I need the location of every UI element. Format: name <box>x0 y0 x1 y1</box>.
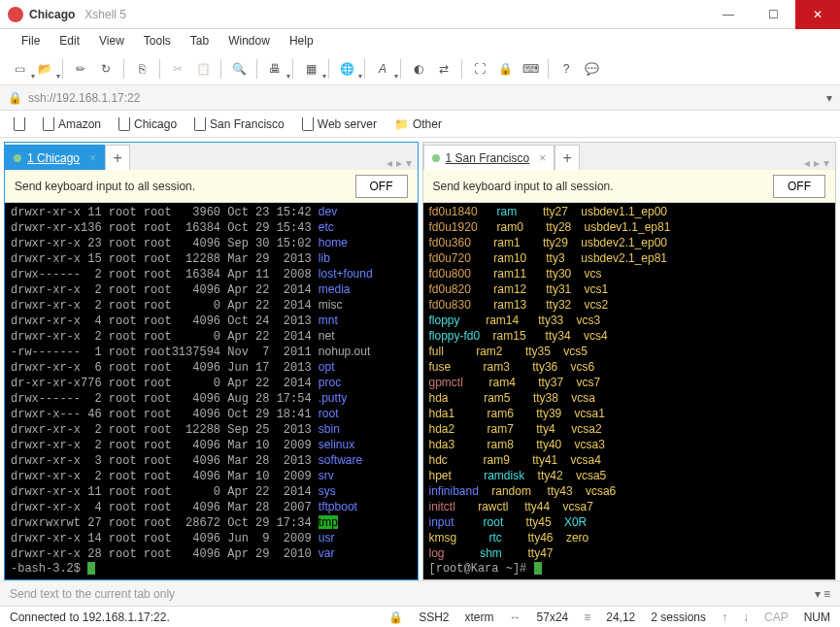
menu-window[interactable]: Window <box>220 32 278 50</box>
tab-close-icon[interactable]: × <box>539 151 546 165</box>
toolbar: ▭ 📂 ✏ ↻ ⎘ ✂ 📋 🔍 🖶 ▦ 🌐 A ◐ ⇄ ⛶ 🔒 ⌨ ? 💬 <box>0 52 840 85</box>
favorite-web-server[interactable]: Web server <box>296 116 383 133</box>
favorite-other[interactable]: 📁Other <box>388 116 448 133</box>
broadcast-toggle-button[interactable]: OFF <box>773 175 825 198</box>
menu-tools[interactable]: Tools <box>136 32 179 50</box>
menu-bar: FileEditViewToolsTabWindowHelp <box>0 29 840 52</box>
chat-button[interactable]: 💬 <box>580 57 603 81</box>
app-logo-icon <box>8 7 23 22</box>
minimize-button[interactable]: — <box>706 0 751 29</box>
paste-button[interactable]: 📋 <box>191 57 215 81</box>
status-position: 24,12 <box>606 610 635 624</box>
up-icon[interactable]: ↑ <box>722 610 727 624</box>
status-size: 57x24 <box>537 610 569 624</box>
favorite-amazon[interactable]: Amazon <box>37 116 107 133</box>
close-button[interactable]: ✕ <box>795 0 840 29</box>
highlight-button[interactable]: ✏ <box>69 57 92 81</box>
address-text: ssh://192.168.1.17:22 <box>28 91 826 105</box>
window-subtitle: Xshell 5 <box>84 8 126 21</box>
lock-button[interactable]: 🔒 <box>493 57 517 81</box>
transfer-button[interactable]: ⇄ <box>432 57 455 81</box>
pane-right: 1 San Francisco × + ◂▸▾ Send keyboard in… <box>422 142 837 580</box>
maximize-button[interactable]: ☐ <box>751 0 795 29</box>
tab-prev-icon[interactable]: ◂ <box>386 156 392 170</box>
status-connection: Connected to 192.168.1.17:22. <box>10 610 170 624</box>
fullscreen-button[interactable]: ⛶ <box>468 57 491 81</box>
globe-button[interactable]: 🌐 <box>335 57 358 81</box>
status-capslock: CAP <box>764 610 789 624</box>
address-bar[interactable]: 🔒 ssh://192.168.1.17:22 ▾ <box>0 85 840 111</box>
input-broadcast-bar: Send keyboard input to all session. OFF <box>423 170 836 203</box>
status-bar: Connected to 192.168.1.17:22. 🔒SSH2 xter… <box>0 606 840 627</box>
menu-file[interactable]: File <box>14 32 48 50</box>
tab-sanfrancisco[interactable]: 1 San Francisco × <box>423 145 555 170</box>
tab-close-icon[interactable]: × <box>89 151 96 165</box>
tabs-left: 1 Chicago × + ◂▸▾ <box>5 143 418 170</box>
search-button[interactable]: 🔍 <box>227 57 251 81</box>
new-session-button[interactable]: ▭ <box>8 57 31 81</box>
status-numlock: NUM <box>804 610 830 624</box>
menu-edit[interactable]: Edit <box>51 32 87 50</box>
favorite-label: Web server <box>318 117 377 131</box>
window-title: Chicago <box>29 8 75 21</box>
tab-prev-icon[interactable]: ◂ <box>804 156 810 170</box>
favorite-san-francisco[interactable]: San Francisco <box>188 116 290 133</box>
tab-menu-icon[interactable]: ▾ <box>823 156 829 170</box>
tab-menu-icon[interactable]: ▾ <box>406 156 412 170</box>
xagent-button[interactable]: ◐ <box>407 57 430 81</box>
open-button[interactable]: 📂 <box>33 57 56 81</box>
status-protocol: SSH2 <box>419 610 449 624</box>
cut-button[interactable]: ✂ <box>166 57 189 81</box>
send-text-placeholder: Send text to the current tab only <box>10 587 175 601</box>
menu-help[interactable]: Help <box>282 32 321 50</box>
bookmark-icon <box>118 117 130 131</box>
send-menu-icon[interactable]: ▾ ≡ <box>815 587 830 601</box>
status-sessions: 2 sessions <box>651 610 706 624</box>
keyboard-button[interactable]: ⌨ <box>519 57 542 81</box>
favorite-chicago[interactable]: Chicago <box>113 116 183 133</box>
pos-icon: ≡ <box>584 610 590 624</box>
help-button[interactable]: ? <box>554 57 578 81</box>
favorite-label: Amazon <box>58 117 101 131</box>
tab-chicago[interactable]: 1 Chicago × <box>5 145 105 170</box>
input-broadcast-bar: Send keyboard input to all session. OFF <box>5 170 418 203</box>
bookmark-add-icon <box>14 117 25 131</box>
favorites-bar: AmazonChicagoSan FranciscoWeb server📁Oth… <box>0 111 840 138</box>
terminal-left[interactable]: drwxr-xr-x 11 root root 3960 Oct 23 15:4… <box>5 203 418 579</box>
new-tab-button[interactable]: + <box>554 145 580 170</box>
terminal-right[interactable]: fd0u1840 ram tty27 usbdev1.1_ep00 fd0u19… <box>423 203 836 579</box>
tab-label: 1 Chicago <box>27 151 80 165</box>
down-icon[interactable]: ↓ <box>743 610 749 624</box>
tab-label: 1 San Francisco <box>446 151 530 165</box>
title-bar: Chicago Xshell 5 — ☐ ✕ <box>0 0 840 29</box>
refresh-button[interactable]: ↻ <box>94 57 118 81</box>
tabs-right: 1 San Francisco × + ◂▸▾ <box>423 143 836 170</box>
print-button[interactable]: 🖶 <box>263 57 286 81</box>
size-icon: ↔ <box>510 610 521 624</box>
folder-icon: 📁 <box>394 117 409 131</box>
tab-next-icon[interactable]: ▸ <box>396 156 402 170</box>
favorite-label: Other <box>413 117 442 131</box>
menu-view[interactable]: View <box>91 32 132 50</box>
tab-next-icon[interactable]: ▸ <box>814 156 820 170</box>
status-termtype: xterm <box>465 610 494 624</box>
status-dot-icon <box>432 154 440 162</box>
broadcast-label: Send keyboard input to all session. <box>15 180 195 193</box>
menu-tab[interactable]: Tab <box>183 32 217 50</box>
address-dropdown-icon[interactable]: ▾ <box>826 91 832 105</box>
bookmark-icon <box>43 117 54 131</box>
favorite-label: San Francisco <box>210 117 285 131</box>
layout-button[interactable]: ▦ <box>299 57 322 81</box>
bookmark-icon <box>194 117 206 131</box>
add-favorite-button[interactable] <box>8 116 31 133</box>
lock-icon: 🔒 <box>8 91 22 105</box>
ssh-icon: 🔒 <box>388 610 403 624</box>
copy-button[interactable]: ⎘ <box>130 57 153 81</box>
send-text-bar[interactable]: Send text to the current tab only ▾ ≡ <box>0 580 840 606</box>
font-button[interactable]: A <box>371 57 394 81</box>
status-dot-icon <box>14 154 21 162</box>
new-tab-button[interactable]: + <box>105 145 130 170</box>
broadcast-label: Send keyboard input to all session. <box>433 180 614 193</box>
broadcast-toggle-button[interactable]: OFF <box>355 175 408 198</box>
favorite-label: Chicago <box>134 117 177 131</box>
